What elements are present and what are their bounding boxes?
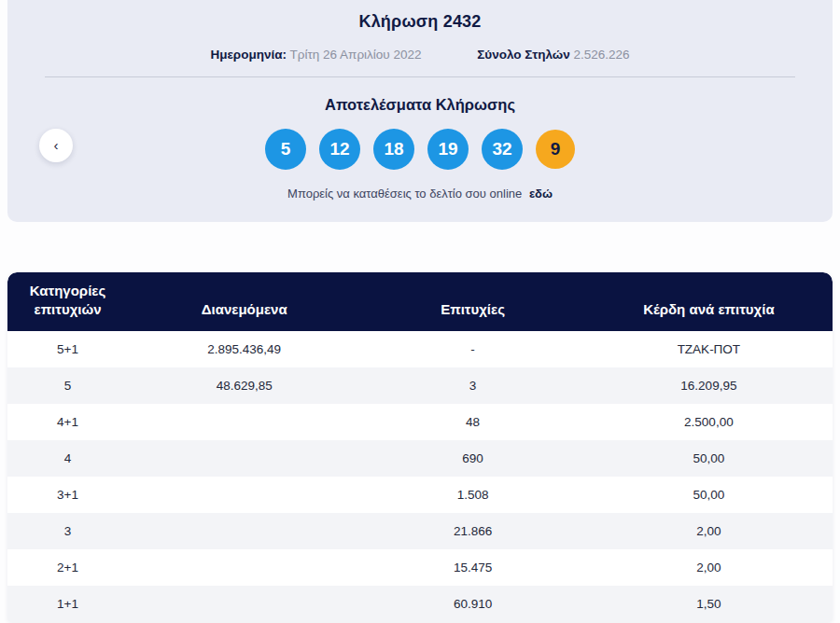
winners-cell: 60.910 bbox=[360, 586, 584, 622]
payout-cell: 1,50 bbox=[585, 586, 833, 622]
table-row: 548.629,85316.209,95 bbox=[7, 367, 833, 404]
table-row: 4+1482.500,00 bbox=[7, 404, 833, 440]
table-row: 2+115.4752,00 bbox=[7, 549, 833, 586]
draw-date-value: Τρίτη 26 Απριλίου 2022 bbox=[290, 48, 422, 62]
category-cell: 1+1 bbox=[7, 586, 128, 622]
payout-cell: 2,00 bbox=[585, 549, 833, 586]
bonus-number-ball: 9 bbox=[536, 130, 575, 169]
payout-cell: 50,00 bbox=[585, 440, 833, 477]
distributed-cell: 2.895.436,49 bbox=[128, 331, 360, 367]
distributed-cell bbox=[128, 549, 360, 586]
chevron-left-icon: ‹ bbox=[54, 137, 59, 153]
category-cell: 2+1 bbox=[7, 549, 128, 586]
distributed-cell bbox=[128, 440, 360, 477]
winners-cell: 15.475 bbox=[360, 549, 584, 586]
distributed-cell bbox=[128, 404, 360, 440]
winning-numbers: 5121819329 bbox=[7, 129, 833, 170]
previous-draw-button[interactable]: ‹ bbox=[39, 129, 73, 162]
total-columns-label: Σύνολο Στηλών bbox=[477, 48, 569, 62]
category-cell: 5 bbox=[7, 367, 128, 404]
draw-meta: Ημερομηνία: Τρίτη 26 Απριλίου 2022 Σύνολ… bbox=[7, 48, 833, 62]
column-header: Κατηγορίες επιτυχιών bbox=[7, 272, 128, 331]
winning-number-ball: 5 bbox=[265, 129, 306, 170]
distributed-cell bbox=[128, 513, 360, 549]
card-divider bbox=[45, 76, 795, 77]
table-row: 1+160.9101,50 bbox=[7, 586, 833, 622]
category-cell: 4+1 bbox=[7, 404, 128, 440]
payout-cell: 50,00 bbox=[585, 477, 833, 513]
winning-number-ball: 18 bbox=[373, 129, 414, 170]
column-header: Διανεμόμενα bbox=[128, 272, 360, 331]
column-header: Κέρδη ανά επιτυχία bbox=[585, 272, 833, 331]
payout-cell: 2,00 bbox=[585, 513, 833, 549]
submit-online-link[interactable]: εδώ bbox=[529, 187, 553, 201]
total-columns: Σύνολο Στηλών 2.526.226 bbox=[477, 48, 629, 62]
table-row: 3+11.50850,00 bbox=[7, 477, 833, 513]
table-row: 321.8662,00 bbox=[7, 513, 833, 549]
table-row: 5+12.895.436,49-ΤΖΑΚ-ΠΟΤ bbox=[7, 331, 833, 367]
results-heading: Αποτελέσματα Κλήρωσης bbox=[7, 96, 833, 114]
winners-cell: 690 bbox=[360, 440, 584, 477]
category-cell: 4 bbox=[7, 440, 128, 477]
column-header: Επιτυχίες bbox=[360, 272, 584, 331]
draw-card: Κλήρωση 2432 Ημερομηνία: Τρίτη 26 Απριλί… bbox=[7, 0, 833, 222]
results-table-header: Κατηγορίες επιτυχιώνΔιανεμόμεναΕπιτυχίες… bbox=[7, 272, 833, 331]
category-cell: 5+1 bbox=[7, 331, 128, 367]
winning-number-ball: 19 bbox=[427, 129, 469, 170]
winners-cell: 48 bbox=[360, 404, 584, 440]
card-footer: Μπορείς να καταθέσεις το δελτίο σου onli… bbox=[7, 187, 833, 201]
distributed-cell bbox=[128, 477, 360, 513]
draw-date-label: Ημερομηνία: bbox=[210, 48, 287, 62]
winners-cell: 1.508 bbox=[360, 477, 584, 513]
table-row: 469050,00 bbox=[7, 440, 833, 477]
payout-cell: 16.209,95 bbox=[585, 367, 833, 404]
winning-number-ball: 32 bbox=[482, 129, 523, 170]
draw-date: Ημερομηνία: Τρίτη 26 Απριλίου 2022 bbox=[210, 48, 421, 62]
category-cell: 3+1 bbox=[7, 477, 128, 513]
winners-cell: - bbox=[360, 331, 584, 367]
payout-cell: ΤΖΑΚ-ΠΟΤ bbox=[585, 331, 833, 367]
payout-cell: 2.500,00 bbox=[585, 404, 833, 440]
distributed-cell bbox=[128, 586, 360, 622]
total-columns-value: 2.526.226 bbox=[573, 48, 629, 62]
results-table: Κατηγορίες επιτυχιώνΔιανεμόμεναΕπιτυχίες… bbox=[7, 272, 833, 622]
winning-number-ball: 12 bbox=[319, 129, 360, 170]
category-cell: 3 bbox=[7, 513, 128, 549]
winners-cell: 3 bbox=[360, 367, 584, 404]
footer-text: Μπορείς να καταθέσεις το δελτίο σου onli… bbox=[287, 187, 522, 201]
distributed-cell: 48.629,85 bbox=[128, 367, 360, 404]
results-table-body: 5+12.895.436,49-ΤΖΑΚ-ΠΟΤ548.629,85316.20… bbox=[7, 331, 833, 622]
winners-cell: 21.866 bbox=[360, 513, 584, 549]
draw-title: Κλήρωση 2432 bbox=[7, 0, 833, 32]
